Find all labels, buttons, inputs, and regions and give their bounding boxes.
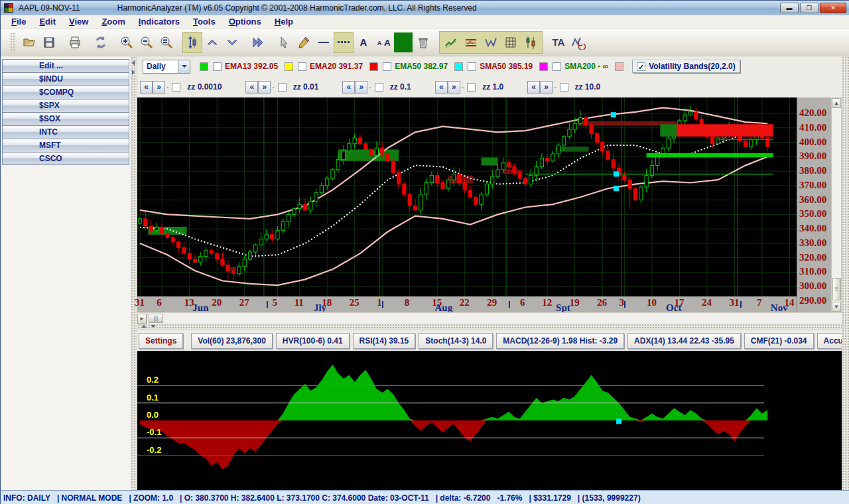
- menu-item-options[interactable]: Options: [222, 17, 268, 27]
- dots-button[interactable]: [334, 32, 354, 53]
- right-resize-strip[interactable]: [842, 56, 849, 490]
- zz-checkbox[interactable]: [278, 83, 287, 92]
- collapse-right-icon[interactable]: [132, 70, 135, 75]
- sidebar-item-sox[interactable]: $SOX: [2, 112, 129, 125]
- collapse-down-icon[interactable]: [151, 325, 156, 328]
- collapse-left-icon[interactable]: [132, 60, 135, 66]
- tab-cmf[interactable]: CMF(21) -0.034: [744, 333, 814, 349]
- zoom-in-button[interactable]: [117, 32, 137, 53]
- legend-item-volatility[interactable]: ✓Volatility Bands(20,2.0): [632, 60, 740, 73]
- sidebar-item-spx[interactable]: $SPX: [2, 99, 129, 112]
- menu-item-zoom[interactable]: Zoom: [95, 17, 131, 27]
- zz-prev-button[interactable]: «: [140, 81, 153, 94]
- indicator-checkbox[interactable]: [468, 62, 476, 71]
- sidebar-item-msft[interactable]: MSFT: [2, 139, 129, 152]
- indicator-checkbox[interactable]: [383, 62, 391, 71]
- menu-item-view[interactable]: View: [62, 17, 95, 27]
- text-a-button[interactable]: A: [354, 32, 373, 53]
- zz-prev-button[interactable]: «: [527, 81, 540, 94]
- tab-rsi[interactable]: RSI(14) 39.15: [353, 333, 416, 349]
- trend-button[interactable]: [441, 32, 461, 53]
- scroll-up-icon[interactable]: ▲: [832, 98, 841, 108]
- menu-item-indicators[interactable]: Indicators: [132, 17, 186, 27]
- menu-item-help[interactable]: Help: [268, 17, 300, 27]
- grid-button[interactable]: [501, 32, 521, 53]
- refresh-button[interactable]: [91, 32, 111, 53]
- scroll-right-icon[interactable]: ►: [137, 314, 147, 324]
- line-button[interactable]: [314, 32, 334, 53]
- zz-next-button[interactable]: »: [448, 81, 460, 94]
- menu-item-tools[interactable]: Tools: [186, 17, 222, 27]
- maximize-button[interactable]: ❐: [800, 3, 818, 13]
- harmonic-levels-button[interactable]: [461, 32, 481, 53]
- zz-prev-button[interactable]: «: [435, 81, 448, 94]
- fast-forward-button[interactable]: [248, 32, 268, 53]
- legend-item-ema13[interactable]: EMA13 392.05: [200, 62, 278, 71]
- zz-prev-button[interactable]: «: [342, 81, 355, 94]
- vertical-scrollbar[interactable]: ▲ ▼: [831, 97, 842, 312]
- candles-button[interactable]: [521, 32, 541, 53]
- zz-next-button[interactable]: »: [540, 81, 553, 94]
- indicator-checkbox[interactable]: [298, 62, 306, 71]
- pattern-reload-button[interactable]: [568, 32, 588, 53]
- sidebar-item-csco[interactable]: CSCO: [2, 152, 129, 165]
- indicator-checkbox[interactable]: ✓: [637, 62, 645, 71]
- indicator-checkbox[interactable]: [213, 62, 222, 71]
- menu-item-edit[interactable]: Edit: [33, 17, 62, 27]
- legend-item-ema20[interactable]: EMA20 391.37: [285, 62, 363, 71]
- pencil-button[interactable]: [294, 32, 314, 53]
- vertical-scroll-thumb[interactable]: [832, 278, 841, 300]
- zz-next-button[interactable]: »: [355, 81, 367, 94]
- legend-item-sma200[interactable]: SMA200 - ∞: [539, 62, 608, 71]
- tab-hvr[interactable]: HVR(100-6) 0.41: [276, 333, 350, 349]
- vscale-button[interactable]: [182, 32, 202, 53]
- tab-stoch[interactable]: Stoch(14-3) 14.0: [419, 333, 493, 349]
- sidebar-item-indu[interactable]: $INDU: [2, 72, 129, 86]
- tab-vol[interactable]: Vol(60) 23,876,300: [191, 333, 273, 349]
- print-button[interactable]: [65, 32, 85, 53]
- timeframe-combo[interactable]: Daily: [143, 60, 190, 74]
- date-tick: 26: [597, 297, 607, 308]
- horizontal-scroll-thumb[interactable]: |||: [149, 314, 163, 323]
- tab-macd[interactable]: MACD(12-26-9) 1.98 Hist: -3.29: [496, 333, 624, 349]
- legend-item-sma50[interactable]: SMA50 385.19: [454, 62, 533, 71]
- minimize-button[interactable]: ▬: [780, 3, 799, 13]
- sidebar-item-compq[interactable]: $COMPQ: [2, 86, 129, 99]
- ta-button[interactable]: TA: [549, 32, 568, 53]
- zz-next-button[interactable]: »: [153, 81, 165, 94]
- zz-next-button[interactable]: »: [258, 81, 271, 94]
- zz-checkbox[interactable]: [172, 83, 180, 92]
- chevron-up-button[interactable]: [202, 32, 222, 53]
- zz-checkbox[interactable]: [467, 83, 476, 92]
- scroll-down-icon[interactable]: ▼: [832, 302, 841, 312]
- zz-checkbox[interactable]: [375, 83, 383, 92]
- sidebar-item-edit[interactable]: Edit ...: [2, 59, 129, 72]
- toolbar-grip[interactable]: [10, 32, 15, 52]
- save-button[interactable]: [39, 32, 59, 53]
- lower-indicator-panel[interactable]: 0.20.10.0-0.1-0.2: [137, 351, 849, 490]
- open-button[interactable]: [19, 32, 39, 53]
- vertical-splitter[interactable]: [131, 56, 137, 490]
- zz-checkbox[interactable]: [560, 83, 568, 92]
- color-swatch-button[interactable]: [393, 32, 413, 53]
- text-resize-button[interactable]: A→A: [373, 32, 393, 53]
- tab-settings[interactable]: Settings: [139, 333, 183, 349]
- tab-adx[interactable]: ADX(14) 13.44 22.43 -35.95: [627, 333, 741, 349]
- menu-item-file[interactable]: File: [5, 17, 33, 27]
- horizontal-splitter[interactable]: [137, 324, 849, 330]
- collapse-up-icon[interactable]: [141, 325, 147, 328]
- sidebar-item-intc[interactable]: INTC: [2, 125, 129, 139]
- pattern-w-button[interactable]: [481, 32, 501, 53]
- cursor-button[interactable]: [274, 32, 294, 53]
- close-button[interactable]: ✕: [820, 3, 846, 13]
- zoom-reset-button[interactable]: [157, 32, 176, 53]
- zz-prev-button[interactable]: «: [245, 81, 258, 94]
- zoom-out-button[interactable]: [137, 32, 157, 53]
- trash-button[interactable]: [413, 32, 433, 53]
- legend-item-ema50[interactable]: EMA50 382.97: [369, 62, 448, 71]
- chevron-down-icon[interactable]: [178, 60, 190, 73]
- chevron-down-button[interactable]: [222, 32, 242, 53]
- main-chart[interactable]: [137, 97, 797, 296]
- horizontal-scrollbar[interactable]: ◄ ||| ►: [137, 312, 842, 324]
- indicator-checkbox[interactable]: [553, 62, 561, 71]
